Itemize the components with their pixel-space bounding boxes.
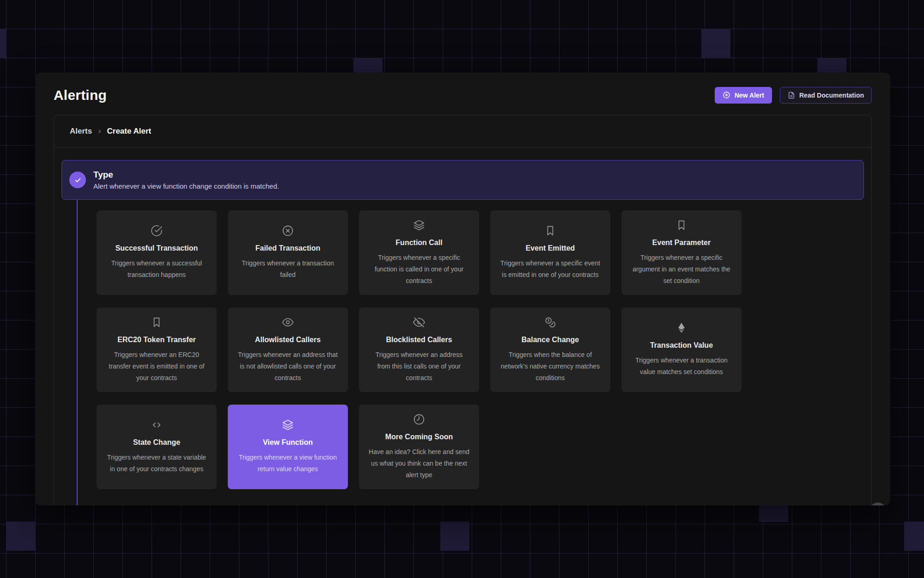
alert-type-title: Function Call [395, 239, 442, 247]
read-documentation-label: Read Documentation [799, 92, 864, 99]
step-description: Alert whenever a view function change co… [93, 182, 279, 190]
alert-type-card-balance-change[interactable]: Balance Change Triggers when the balance… [490, 307, 610, 392]
alert-type-description: Triggers whenever an address that is not… [237, 349, 338, 384]
alert-type-description: Triggers whenever an ERC20 transfer even… [106, 349, 207, 384]
alert-type-description: Triggers when the balance of network's n… [500, 349, 601, 384]
alert-type-title: Transaction Value [650, 341, 713, 350]
grid-highlight-cell [6, 522, 35, 551]
alert-type-title: Event Parameter [652, 239, 711, 247]
alert-type-card-event-parameter[interactable]: Event Parameter Triggers whenever a spec… [621, 210, 742, 295]
step-text: Type Alert whenever a view function chan… [93, 170, 279, 190]
x-circle-icon [282, 225, 294, 237]
breadcrumb: Alerts › Create Alert [54, 115, 871, 148]
alert-type-title: Blocklisted Callers [386, 336, 452, 344]
alert-type-title: Successful Transaction [116, 244, 198, 252]
chevron-right-icon: › [98, 126, 101, 136]
alert-type-card-event-emitted[interactable]: Event Emitted Triggers whenever a specif… [490, 210, 610, 295]
bookmark-icon [151, 316, 163, 328]
breadcrumb-current: Create Alert [107, 127, 152, 136]
alert-type-title: Balance Change [522, 336, 579, 344]
alert-type-card-transaction-value[interactable]: Transaction Value Triggers whenever a tr… [621, 307, 742, 392]
alert-type-card-view-function[interactable]: View Function Triggers whenever a view f… [228, 405, 348, 489]
bookmark-icon [544, 225, 556, 237]
circle-plus-icon [723, 91, 730, 99]
grid-highlight-cell [0, 29, 6, 58]
alert-type-title: State Change [133, 438, 180, 447]
alert-type-description: Triggers whenever a state variable in on… [106, 452, 207, 475]
alert-type-card-allowlisted-callers[interactable]: Allowlisted Callers Triggers whenever an… [228, 307, 348, 392]
alert-type-title: Failed Transaction [255, 244, 320, 252]
alert-type-card-blocklisted-callers[interactable]: Blocklisted Callers Triggers whenever an… [359, 307, 479, 392]
step-title: Type [93, 170, 279, 180]
create-alert-container: Alerts › Create Alert Type Alert wheneve… [54, 115, 872, 505]
grid-highlight-cell [440, 522, 469, 551]
alert-type-description: Triggers whenever a transaction value ma… [631, 355, 732, 378]
check-circle-icon [151, 225, 163, 237]
alert-type-title: Event Emitted [526, 244, 575, 252]
alert-type-description: Triggers whenever a view function return… [237, 452, 338, 475]
panel-header: Alerting New Alert Read Documentation [54, 73, 872, 115]
alert-type-card-successful-transaction[interactable]: Successful Transaction Triggers whenever… [97, 210, 217, 295]
document-icon [788, 92, 795, 99]
alert-type-card-function-call[interactable]: Function Call Triggers whenever a specif… [359, 210, 479, 295]
alert-type-title: ERC20 Token Transfer [117, 336, 196, 344]
alerting-panel: Alerting New Alert Read Documentation [35, 73, 890, 505]
alert-type-title: View Function [263, 438, 313, 447]
new-alert-button[interactable]: New Alert [715, 87, 772, 104]
step-content: Type Alert whenever a view function chan… [54, 148, 871, 489]
grid-highlight-cell [904, 522, 924, 551]
layers-icon [282, 419, 294, 431]
alert-type-grid: Successful Transaction Triggers whenever… [97, 210, 864, 489]
alert-type-description: Triggers whenever an address from this l… [369, 349, 469, 384]
code-icon [151, 419, 163, 431]
breadcrumb-alerts-link[interactable]: Alerts [70, 127, 92, 136]
page-title: Alerting [54, 87, 107, 103]
alert-type-description: Triggers whenever a transaction failed [237, 258, 338, 281]
alert-type-description: Triggers whenever a specific function is… [369, 252, 469, 287]
alert-type-card-state-change[interactable]: State Change Triggers whenever a state v… [97, 405, 217, 489]
clock-icon [413, 413, 425, 425]
header-actions: New Alert Read Documentation [715, 87, 872, 104]
alert-type-card-erc20-token-transfer[interactable]: ERC20 Token Transfer Triggers whenever a… [97, 307, 217, 392]
alert-type-description: Have an idea? Click here and send us wha… [369, 446, 469, 481]
new-alert-label: New Alert [735, 92, 764, 99]
alert-type-card-failed-transaction[interactable]: Failed Transaction Triggers whenever a t… [228, 210, 348, 295]
grid-highlight-cell [701, 29, 730, 58]
bookmark-icon [675, 219, 687, 231]
alert-type-description: Triggers whenever a specific argument in… [631, 252, 732, 287]
alert-type-card-more-coming-soon[interactable]: More Coming Soon Have an idea? Click her… [359, 405, 479, 489]
alert-type-description: Triggers whenever a successful transacti… [106, 258, 207, 281]
coins-icon [544, 316, 556, 328]
eye-off-icon [413, 316, 425, 328]
alert-type-description: Triggers whenever a specific event is em… [500, 258, 601, 281]
read-documentation-button[interactable]: Read Documentation [780, 87, 872, 104]
eye-icon [282, 316, 294, 328]
step-type-banner: Type Alert whenever a view function chan… [61, 160, 864, 200]
layers-icon [413, 219, 425, 231]
ethereum-icon [675, 322, 687, 334]
alert-type-title: More Coming Soon [385, 433, 453, 441]
check-icon [69, 172, 86, 188]
step-connector-line [77, 200, 78, 505]
alert-type-title: Allowlisted Callers [255, 336, 321, 344]
